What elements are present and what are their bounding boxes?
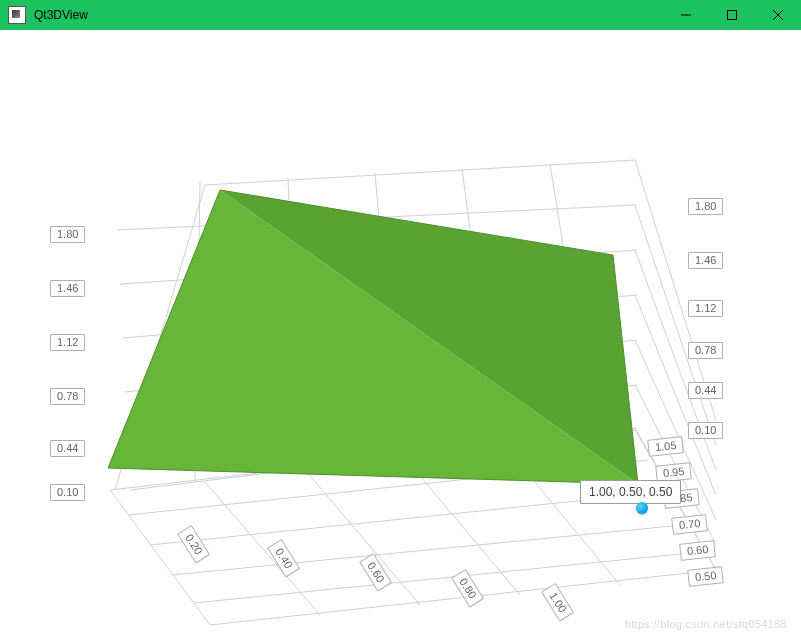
window-title: Qt3DView — [34, 8, 88, 22]
z-right-tick: 1.46 — [688, 252, 723, 269]
close-button[interactable] — [755, 0, 801, 30]
z-left-tick: 1.12 — [50, 334, 85, 351]
z-right-tick: 0.78 — [688, 342, 723, 359]
point-tooltip: 1.00, 0.50, 0.50 — [580, 480, 681, 504]
z-left-tick: 0.10 — [50, 484, 85, 501]
minimize-button[interactable] — [663, 0, 709, 30]
highlight-marker-icon[interactable] — [636, 502, 648, 514]
z-right-tick: 1.12 — [688, 300, 723, 317]
z-right-tick: 0.10 — [688, 422, 723, 439]
svg-line-25 — [205, 482, 320, 615]
client-area: 1.80 1.46 1.12 0.78 0.44 0.10 1.80 1.46 … — [0, 30, 801, 636]
z-left-tick: 0.78 — [50, 388, 85, 405]
z-right-tick: 1.80 — [688, 198, 723, 215]
svg-line-32 — [194, 552, 700, 603]
z-left-tick: 1.46 — [50, 280, 85, 297]
z-left-tick: 0.44 — [50, 440, 85, 457]
app-icon — [8, 6, 26, 24]
z-left-tick: 1.80 — [50, 226, 85, 243]
watermark: https://blog.csdn.net/stq054188 — [625, 618, 787, 630]
z-right-tick: 0.44 — [688, 382, 723, 399]
svg-rect-1 — [728, 11, 737, 20]
window-controls — [663, 0, 801, 30]
maximize-button[interactable] — [709, 0, 755, 30]
titlebar: Qt3DView — [0, 0, 801, 30]
